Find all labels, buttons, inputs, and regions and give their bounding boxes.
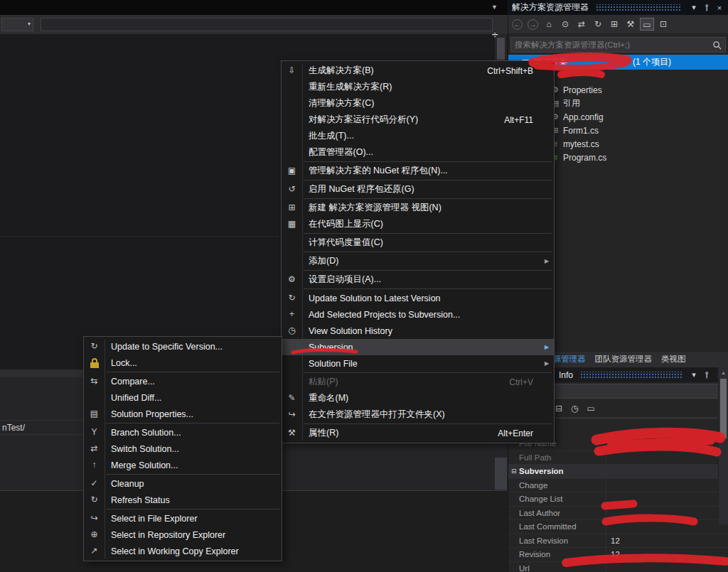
menu-item[interactable]: Solution File ▶ [282,355,554,372]
show-all-files-icon[interactable]: ⊞ [607,18,621,31]
pin-icon[interactable]: ⊸ [702,3,712,13]
scrollbar[interactable]: ▲ [718,367,728,524]
menu-item[interactable]: ▤ Solution Properties... [84,406,282,422]
menu-item[interactable]: 粘贴(P) Ctrl+V [282,374,554,390]
property-row[interactable]: Last Committed [508,520,728,534]
toolbar-wide-combo[interactable] [41,18,493,31]
menu-item-label: Select in File Explorer [105,514,198,524]
menu-item-label: 添加(D) [302,255,338,267]
pin-icon[interactable]: ⊸ [702,370,712,380]
menu-item[interactable]: 配置管理器(O)... [282,144,554,161]
menu-item[interactable]: ⇆ Compare... [84,373,282,389]
collapse-all-icon[interactable]: ⊙ [558,18,572,31]
solution-explorer-title-bar[interactable]: 解决方案资源管理器 ▾ ⊸ × [508,0,728,15]
comment-icon[interactable]: ▭ [587,404,595,414]
menu-item[interactable]: ↻ Refresh Status [84,492,282,508]
tree-item-label: Program.cs [563,153,606,163]
tool-window-tab[interactable]: 团队资源管理器 [595,354,653,365]
visual-studio-screen: ▼ ▾ nTest/ ÷ 解决方案资源管理器 ▾ ⊸ × ←→⌂⊙⇄↻⊞⚒▭⊡ [0,0,728,572]
window-position-chevron-icon[interactable]: ▾ [689,3,699,12]
menu-item[interactable]: 重新生成解决方案(R) [282,79,554,95]
menu-item-icon [282,339,302,355]
drag-grip[interactable] [596,4,682,11]
menu-item[interactable]: 计算代码度量值(C) [282,234,554,251]
close-icon[interactable]: × [714,4,724,12]
menu-item-shortcut: Ctrl+V [509,377,545,387]
menu-item[interactable]: Lock... [84,355,282,371]
drag-grip[interactable] [580,372,682,378]
toolbar-combo[interactable]: ▾ [1,18,33,31]
scrollbar-thumb[interactable] [720,379,727,438]
property-row[interactable]: Revision 12 [508,548,728,562]
refresh-icon[interactable]: ↻ [591,18,605,31]
menu-item[interactable]: 对解决方案运行代码分析(Y) Alt+F11 [282,112,554,128]
menu-item[interactable]: ↺ 启用 NuGet 程序包还原(G) [282,181,554,198]
menu-item[interactable]: Subversion ▶ [282,339,554,355]
view-code-icon[interactable]: ⊡ [656,18,670,31]
search-input[interactable] [515,41,710,49]
menu-item[interactable]: ↗ Select in Working Copy Explorer [84,543,282,559]
menu-item[interactable]: ▣ 管理解决方案的 NuGet 程序包(N)... [282,163,554,179]
menu-item[interactable]: ↪ 在文件资源管理器中打开文件夹(X) [282,406,554,423]
scrollbar-thumb[interactable] [497,38,505,60]
menu-item-shortcut: Alt+F11 [504,115,545,125]
property-row[interactable]: Last Revision 12 [508,534,728,549]
scrollbar-thumb[interactable] [495,458,507,490]
menu-item[interactable]: ⇄ Switch Solution... [84,441,282,457]
tool-window-tab[interactable]: 类视图 [661,354,686,365]
solution-properties-icon: ▤ [84,406,105,422]
menu-item-label: 对解决方案运行代码分析(Y) [302,114,418,126]
toolbar-overflow-chevron-icon[interactable]: ▼ [491,4,498,11]
menu-item[interactable]: 添加(D) ▶ [282,253,554,269]
menu-item[interactable]: ⇩ 生成解决方案(B) Ctrl+Shift+B [282,63,554,79]
history-icon[interactable]: ◷ [571,404,578,414]
properties-icon[interactable]: ⚒ [623,18,638,31]
menu-item[interactable]: ⚒ 属性(R) Alt+Enter [282,425,554,441]
menu-item[interactable]: 批生成(T)... [282,128,554,144]
menu-item-label: Switch Solution... [105,444,179,454]
menu-item-label: 计算代码度量值(C) [302,237,383,249]
menu-item[interactable]: ✓ Cleanup [84,475,282,492]
menu-item[interactable]: ◷ View Solution History [282,323,554,339]
menu-item[interactable]: ⊞ 新建 解决方案资源管理器 视图(N) [282,200,554,216]
menu-item[interactable]: ↑ Merge Solution... [84,457,282,473]
window-position-chevron-icon[interactable]: ▾ [689,370,699,379]
property-value [606,465,728,478]
search-box [510,37,726,53]
collapse-icon[interactable]: ⊟ [511,468,519,475]
menu-item[interactable]: ⊕ Select in Repository Explorer [84,527,282,543]
menu-item[interactable]: ↪ Select in File Explorer [84,510,282,527]
property-row[interactable]: Url [508,562,728,572]
menu-item[interactable]: ✎ 重命名(M) [282,390,554,406]
forward-icon[interactable]: → [528,19,538,30]
property-row[interactable]: Last Author [508,507,728,521]
submenu-arrow-icon: ▶ [545,360,554,367]
property-row[interactable]: ⊟ Subversion [508,465,728,479]
menu-item[interactable]: + Add Selected Projects to Subversion... [282,306,554,323]
property-row[interactable]: Full Path [508,451,728,465]
back-icon[interactable]: ← [512,19,523,30]
menu-item[interactable]: ▦ 在代码图上显示(C) [282,216,554,232]
menu-item[interactable]: Unified Diff... [84,389,282,406]
menu-item[interactable]: 清理解决方案(C) [282,95,554,112]
home-icon[interactable]: ⌂ [542,18,556,31]
menu-item[interactable]: ↻ Update Solution to Latest Version [282,290,554,306]
menu-item-label: 批生成(T)... [302,130,354,142]
menu-item-label: Update Solution to Latest Version [302,293,441,303]
property-row[interactable]: Change List [508,492,728,507]
form-icon[interactable]: ⊟ [555,404,562,414]
lock-icon [84,355,105,371]
menu-item-label: 属性(R) [302,427,338,439]
properties-icon: ⚒ [282,425,302,441]
menu-item[interactable]: ⚙ 设置启动项目(A)... [282,271,554,288]
sync-with-active-document-icon[interactable]: ⇄ [574,18,589,31]
preview-selected-items-icon[interactable]: ▭ [640,18,654,31]
solution-context-menu: ⇩ 生成解决方案(B) Ctrl+Shift+B 重新生成解决方案(R) 清理解… [281,60,555,443]
menu-item[interactable]: Y Branch Solution... [84,424,282,441]
search-icon[interactable] [712,41,722,50]
property-value: 12 [606,548,728,561]
menu-item[interactable]: ↻ Update to Specific Version... [84,338,282,355]
cleanup-icon: ✓ [84,475,105,492]
property-row[interactable]: Change [508,479,728,493]
scroll-up-icon[interactable]: ▲ [719,367,728,375]
